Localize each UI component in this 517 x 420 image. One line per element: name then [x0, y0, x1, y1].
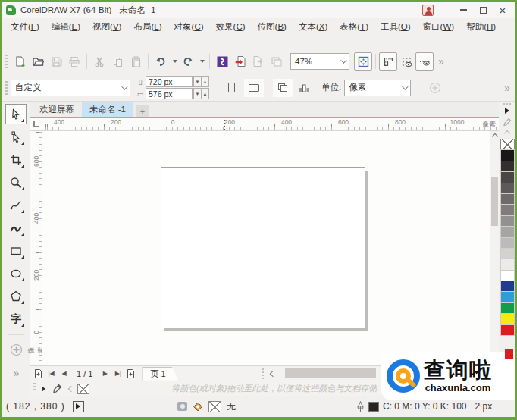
vertical-scroll-track[interactable]	[490, 142, 499, 355]
menu-window[interactable]: 窗口(W)	[417, 20, 461, 34]
menu-table[interactable]: 表格(T)	[334, 20, 374, 34]
toolbox-overflow-button[interactable]: »	[5, 362, 27, 383]
palette-eyedropper-button[interactable]	[503, 117, 512, 127]
first-page-button[interactable]: |◀	[45, 367, 58, 380]
pick-tool[interactable]	[5, 104, 27, 124]
color-swatch[interactable]	[500, 215, 515, 227]
toolbar-drag-handle[interactable]	[5, 55, 8, 68]
fullscreen-preview-button[interactable]	[354, 52, 372, 71]
ruler-origin-button[interactable]	[30, 118, 42, 130]
paste-button[interactable]	[127, 52, 145, 71]
property-bar-drag-handle[interactable]	[5, 81, 8, 95]
color-swatch[interactable]	[500, 193, 515, 205]
menu-tools[interactable]: 工具(O)	[374, 20, 417, 34]
copy-button[interactable]	[108, 52, 127, 71]
color-swatch[interactable]	[500, 248, 515, 259]
color-swatch[interactable]	[500, 324, 515, 336]
menu-help[interactable]: 帮助(H)	[460, 20, 502, 34]
all-pages-button[interactable]	[273, 79, 293, 97]
page-width-spinner[interactable]: ▼▲	[194, 76, 209, 87]
shape-tool[interactable]	[5, 127, 27, 147]
add-preset-button[interactable]	[426, 79, 444, 97]
color-swatch[interactable]	[500, 204, 515, 215]
chevron-left-icon[interactable]	[68, 385, 74, 391]
color-swatch[interactable]	[500, 237, 515, 249]
new-document-tab-button[interactable]: +	[136, 105, 149, 117]
print-button[interactable]	[65, 52, 83, 71]
color-swatch[interactable]	[500, 149, 515, 161]
page-height-spinner[interactable]: ▼▲	[194, 88, 209, 99]
current-page-button[interactable]	[294, 79, 314, 97]
color-swatch[interactable]	[500, 270, 515, 281]
cut-button[interactable]	[90, 52, 108, 71]
account-icon[interactable]	[422, 5, 434, 16]
page-1-tab[interactable]: 页 1	[142, 367, 178, 381]
drawing-canvas[interactable]	[42, 131, 490, 365]
color-swatch[interactable]	[500, 291, 515, 302]
document-color-settings-icon[interactable]	[177, 402, 187, 411]
new-document-button[interactable]	[11, 52, 29, 71]
undo-button[interactable]	[152, 52, 170, 71]
page-size-preset-select[interactable]: 自定义	[11, 80, 130, 96]
toolbar-overflow-button[interactable]: »	[434, 55, 448, 67]
menu-edit[interactable]: 编辑(E)	[45, 20, 86, 34]
previous-page-button[interactable]: ◀	[58, 367, 70, 380]
color-swatch[interactable]	[500, 313, 515, 324]
no-color-swatch[interactable]	[500, 139, 515, 150]
color-swatch[interactable]	[500, 183, 515, 194]
menu-file[interactable]: 文件(F)	[5, 20, 45, 34]
units-select[interactable]: 像素	[344, 80, 411, 96]
next-page-button[interactable]: ▶	[99, 367, 111, 380]
text-tool[interactable]: 字	[5, 309, 27, 329]
redo-button[interactable]	[179, 52, 197, 71]
color-swatch[interactable]	[500, 302, 515, 314]
menu-view[interactable]: 视图(V)	[86, 20, 127, 34]
freehand-tool[interactable]	[5, 195, 27, 215]
save-button[interactable]	[47, 52, 65, 71]
page-width-input[interactable]: 720 px	[146, 76, 193, 87]
tab-untitled-document[interactable]: 未命名 -1	[82, 102, 133, 117]
last-page-button[interactable]: ▶|	[111, 367, 124, 380]
open-button[interactable]	[29, 52, 47, 71]
eyedropper-icon[interactable]	[52, 384, 62, 394]
palette-flyout-button[interactable]	[505, 108, 509, 114]
zoom-level-select[interactable]: 47%	[290, 53, 349, 70]
color-swatch[interactable]	[500, 281, 515, 292]
horizontal-scroll-thumb[interactable]	[285, 368, 376, 378]
crop-tool[interactable]	[5, 149, 27, 170]
scroll-left-button[interactable]	[267, 367, 279, 380]
redo-dropdown-button[interactable]	[197, 52, 206, 71]
import-button[interactable]	[231, 52, 249, 71]
status-flyout-button[interactable]	[73, 401, 84, 412]
ellipse-tool[interactable]	[5, 263, 27, 284]
maximize-button[interactable]	[473, 3, 493, 17]
undo-dropdown-button[interactable]	[170, 52, 179, 71]
add-page-after-button[interactable]	[124, 367, 137, 380]
search-content-button[interactable]	[213, 52, 231, 71]
polygon-tool[interactable]	[5, 286, 27, 306]
rectangle-tool[interactable]	[5, 240, 27, 261]
minimize-button[interactable]	[453, 3, 473, 17]
vertical-scrollbar[interactable]	[490, 131, 499, 365]
menu-text[interactable]: 文本(X)	[293, 20, 334, 34]
show-rulers-button[interactable]	[379, 52, 397, 71]
document-palette-flyout-button[interactable]	[42, 386, 45, 392]
menu-object[interactable]: 对象(C)	[168, 20, 210, 34]
palette-drag-handle[interactable]	[503, 103, 511, 105]
tab-welcome-screen[interactable]: 欢迎屏幕	[32, 102, 82, 117]
menu-bitmaps[interactable]: 位图(B)	[252, 20, 293, 34]
menu-effects[interactable]: 效果(C)	[210, 20, 252, 34]
scroll-up-button[interactable]	[490, 131, 499, 142]
color-swatch[interactable]	[500, 259, 515, 270]
application-launcher-button[interactable]	[268, 52, 286, 71]
document-palette-drag-handle[interactable]	[33, 383, 36, 392]
add-page-before-button[interactable]	[32, 367, 45, 380]
close-button[interactable]: ×	[493, 3, 512, 17]
no-color-swatch[interactable]	[77, 384, 89, 394]
zoom-tool[interactable]	[5, 172, 27, 193]
page-height-input[interactable]: 576 px	[146, 88, 193, 99]
vertical-scroll-thumb[interactable]	[491, 177, 498, 226]
landscape-button[interactable]	[244, 79, 264, 97]
portrait-button[interactable]	[221, 79, 241, 97]
color-swatch[interactable]	[500, 171, 515, 183]
